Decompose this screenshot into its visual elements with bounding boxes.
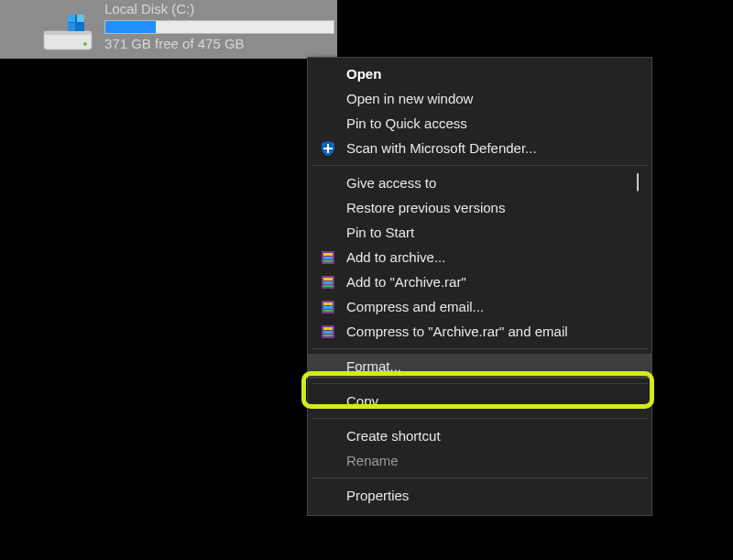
- menu-open[interactable]: Open: [308, 61, 651, 86]
- menu-separator: [312, 383, 648, 384]
- menu-pin-start[interactable]: Pin to Start: [308, 220, 651, 245]
- menu-rename[interactable]: Rename: [308, 448, 651, 473]
- svg-rect-19: [323, 302, 333, 305]
- svg-rect-15: [323, 278, 333, 280]
- menu-label: Scan with Microsoft Defender...: [346, 140, 639, 156]
- menu-compress-email[interactable]: Compress and email...: [308, 294, 651, 319]
- menu-separator: [312, 418, 648, 419]
- menu-add-archive-rar[interactable]: Add to "Archive.rar": [308, 269, 651, 294]
- winrar-icon: [319, 298, 337, 316]
- menu-give-access[interactable]: Give access to: [308, 170, 651, 195]
- winrar-icon: [319, 273, 337, 291]
- menu-label: Open in new window: [346, 91, 639, 106]
- menu-label: Add to "Archive.rar": [346, 274, 639, 290]
- drive-usage-bar: [104, 20, 334, 34]
- drive-name: Local Disk (C:): [104, 0, 337, 18]
- menu-format[interactable]: Format...: [308, 354, 651, 379]
- menu-separator: [312, 478, 648, 478]
- svg-rect-5: [77, 15, 84, 22]
- svg-rect-13: [323, 260, 333, 262]
- menu-label: Properties: [346, 488, 639, 503]
- svg-rect-21: [323, 310, 333, 312]
- svg-rect-1: [44, 31, 92, 35]
- menu-open-new-window[interactable]: Open in new window: [308, 86, 651, 111]
- context-menu: Open Open in new window Pin to Quick acc…: [307, 57, 652, 516]
- svg-rect-12: [323, 257, 333, 259]
- svg-rect-6: [68, 23, 75, 31]
- menu-label: Rename: [346, 453, 639, 468]
- menu-create-shortcut[interactable]: Create shortcut: [308, 423, 651, 448]
- menu-defender[interactable]: Scan with Microsoft Defender...: [308, 136, 651, 160]
- submenu-arrow-icon: [637, 175, 639, 191]
- drive-free-text: 371 GB free of 475 GB: [104, 36, 337, 51]
- menu-separator: [312, 165, 648, 166]
- svg-rect-20: [323, 306, 333, 309]
- svg-rect-4: [68, 15, 75, 22]
- svg-rect-7: [77, 23, 84, 31]
- svg-rect-16: [323, 281, 333, 284]
- menu-label: Add to archive...: [346, 249, 639, 265]
- menu-label: Format...: [346, 358, 639, 374]
- svg-rect-25: [323, 335, 333, 336]
- menu-label: Restore previous versions: [346, 200, 639, 215]
- menu-copy[interactable]: Copy: [308, 389, 651, 413]
- drive-usage-fill: [105, 21, 156, 33]
- defender-icon: [319, 139, 337, 158]
- drive-info: Local Disk (C:) 371 GB free of 475 GB: [104, 0, 337, 51]
- svg-rect-11: [323, 253, 333, 256]
- drive-icon: [42, 11, 93, 53]
- menu-add-archive[interactable]: Add to archive...: [308, 245, 651, 269]
- winrar-icon: [319, 323, 337, 341]
- winrar-icon: [319, 248, 337, 267]
- svg-rect-17: [323, 285, 333, 287]
- drive-row[interactable]: Local Disk (C:) 371 GB free of 475 GB: [0, 0, 337, 59]
- menu-compress-rar-email[interactable]: Compress to "Archive.rar" and email: [308, 319, 651, 344]
- menu-pin-quick-access[interactable]: Pin to Quick access: [308, 111, 651, 136]
- menu-label: Open: [346, 66, 639, 82]
- menu-label: Copy: [346, 393, 639, 409]
- svg-point-2: [83, 42, 87, 46]
- menu-label: Pin to Start: [346, 225, 639, 240]
- menu-label: Create shortcut: [346, 428, 639, 444]
- menu-label: Compress to "Archive.rar" and email: [346, 324, 639, 339]
- menu-properties[interactable]: Properties: [308, 483, 651, 508]
- menu-separator: [312, 348, 648, 349]
- menu-label: Give access to: [346, 175, 639, 191]
- svg-rect-9: [323, 148, 333, 149]
- menu-label: Pin to Quick access: [346, 115, 639, 131]
- svg-rect-24: [323, 331, 333, 334]
- menu-restore-versions[interactable]: Restore previous versions: [308, 195, 651, 220]
- svg-rect-23: [323, 327, 333, 330]
- menu-label: Compress and email...: [346, 299, 639, 314]
